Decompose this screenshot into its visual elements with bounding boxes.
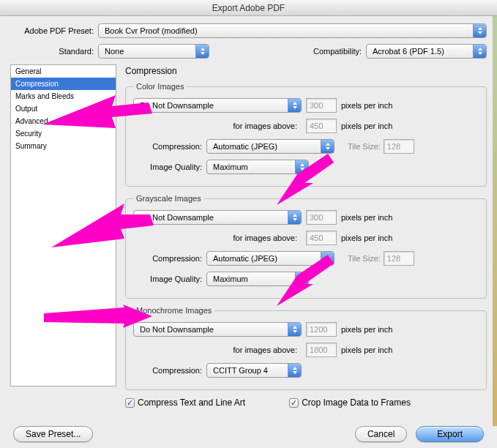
ppi-label: pixels per inch <box>341 101 392 110</box>
ppi-label: pixels per inch <box>341 122 392 130</box>
checkmark-icon: ✓ <box>289 398 299 408</box>
group-legend: Grayscale Images <box>133 194 204 203</box>
sidebar-item-advanced[interactable]: Advanced <box>11 115 116 127</box>
color-compression-select[interactable]: Automatic (JPEG) <box>206 139 335 154</box>
sidebar-item-compression[interactable]: Compression <box>11 78 116 90</box>
color-downsample-select[interactable]: Do Not Downsample <box>133 98 302 113</box>
quality-label: Image Quality: <box>133 163 206 171</box>
group-monochrome-images: Monochrome Images Do Not Downsample 1200… <box>125 306 487 390</box>
gray-quality-select[interactable]: Maximum <box>206 272 309 286</box>
ppi-label: pixels per inch <box>341 346 392 354</box>
ppi-label: pixels per inch <box>341 213 392 222</box>
compat-value: Acrobat 6 (PDF 1.5) <box>373 47 444 56</box>
group-legend: Monochrome Images <box>133 306 214 315</box>
compat-label: Compatibility: <box>313 47 366 56</box>
chevron-updown-icon <box>195 45 209 58</box>
standard-label: Standard: <box>10 47 98 56</box>
chevron-updown-icon <box>288 211 301 224</box>
color-quality-select[interactable]: Maximum <box>206 160 309 174</box>
compat-select[interactable]: Acrobat 6 (PDF 1.5) <box>366 44 487 59</box>
quality-label: Image Quality: <box>133 275 206 283</box>
for-above-label: for images above: <box>133 346 302 354</box>
chevron-updown-icon <box>295 272 308 285</box>
sidebar-item-marks-and-bleeds[interactable]: Marks and Bleeds <box>11 90 116 102</box>
chevron-updown-icon <box>288 99 301 112</box>
decorative-strip <box>493 16 497 426</box>
sidebar-item-general[interactable]: General <box>11 65 116 78</box>
group-grayscale-images: Grayscale Images Do Not Downsample 300 p… <box>125 194 487 299</box>
checkmark-icon: ✓ <box>125 398 135 408</box>
chevron-updown-icon <box>321 140 334 153</box>
mono-ppi-field[interactable]: 1200 <box>306 322 337 337</box>
color-above-field[interactable]: 450 <box>306 119 337 133</box>
mono-above-field[interactable]: 1800 <box>306 343 337 357</box>
panel-title: Compression <box>125 66 487 76</box>
for-above-label: for images above: <box>133 234 302 242</box>
chevron-updown-icon <box>473 45 486 58</box>
standard-select[interactable]: None <box>98 44 209 59</box>
color-tile-field: 128 <box>384 139 414 154</box>
mono-downsample-select[interactable]: Do Not Downsample <box>133 322 302 337</box>
category-sidebar: GeneralCompressionMarks and BleedsOutput… <box>10 64 116 387</box>
sidebar-item-security[interactable]: Security <box>11 127 116 140</box>
color-ppi-field[interactable]: 300 <box>306 98 337 113</box>
chevron-updown-icon <box>288 364 301 377</box>
ppi-label: pixels per inch <box>341 234 392 242</box>
cancel-button[interactable]: Cancel <box>355 426 407 442</box>
sidebar-item-output[interactable]: Output <box>11 102 116 115</box>
gray-downsample-select[interactable]: Do Not Downsample <box>133 210 302 225</box>
compress-text-checkbox[interactable]: ✓ Compress Text and Line Art <box>125 397 245 408</box>
save-preset-button[interactable]: Save Preset... <box>13 426 93 442</box>
gray-tile-field: 128 <box>384 251 414 266</box>
chevron-updown-icon <box>473 24 486 37</box>
compression-label: Compression: <box>133 254 206 263</box>
mono-compression-select[interactable]: CCITT Group 4 <box>206 363 302 378</box>
preset-value: Book Cvr Proof (modified) <box>105 26 198 35</box>
group-color-images: Color Images Do Not Downsample 300 pixel… <box>125 82 487 187</box>
gray-ppi-field[interactable]: 300 <box>306 210 337 225</box>
chevron-updown-icon <box>321 252 334 265</box>
compression-label: Compression: <box>133 142 206 151</box>
crop-image-checkbox[interactable]: ✓ Crop Image Data to Frames <box>289 397 411 408</box>
tile-size-label: Tile Size: <box>348 142 381 151</box>
compression-label: Compression: <box>133 366 206 375</box>
preset-select[interactable]: Book Cvr Proof (modified) <box>98 23 487 38</box>
standard-value: None <box>105 47 124 56</box>
sidebar-item-summary[interactable]: Summary <box>11 140 116 152</box>
ppi-label: pixels per inch <box>341 325 392 334</box>
tile-size-label: Tile Size: <box>348 254 381 263</box>
group-legend: Color Images <box>133 82 187 91</box>
window-title: Export Adobe PDF <box>0 0 497 16</box>
gray-compression-select[interactable]: Automatic (JPEG) <box>206 251 335 266</box>
chevron-updown-icon <box>288 323 301 336</box>
preset-label: Adobe PDF Preset: <box>10 26 98 35</box>
for-above-label: for images above: <box>133 122 302 130</box>
export-button[interactable]: Export <box>416 426 484 442</box>
chevron-updown-icon <box>295 160 308 173</box>
gray-above-field[interactable]: 450 <box>306 231 337 245</box>
